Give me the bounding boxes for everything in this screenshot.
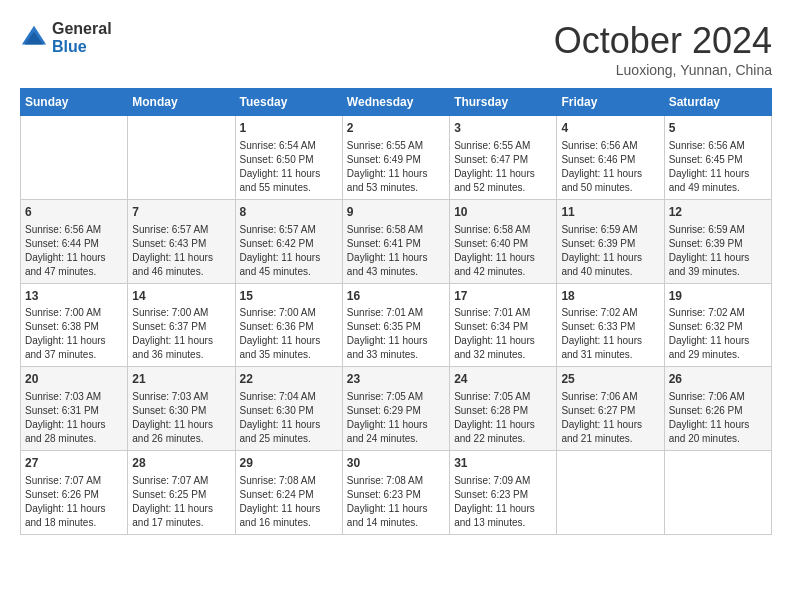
calendar-cell: 6Sunrise: 6:56 AM Sunset: 6:44 PM Daylig… (21, 199, 128, 283)
cell-info: Sunrise: 6:57 AM Sunset: 6:42 PM Dayligh… (240, 223, 338, 279)
cell-info: Sunrise: 7:05 AM Sunset: 6:29 PM Dayligh… (347, 390, 445, 446)
calendar-cell: 8Sunrise: 6:57 AM Sunset: 6:42 PM Daylig… (235, 199, 342, 283)
cell-info: Sunrise: 7:02 AM Sunset: 6:32 PM Dayligh… (669, 306, 767, 362)
calendar-cell: 21Sunrise: 7:03 AM Sunset: 6:30 PM Dayli… (128, 367, 235, 451)
calendar-cell: 28Sunrise: 7:07 AM Sunset: 6:25 PM Dayli… (128, 451, 235, 535)
day-number: 1 (240, 120, 338, 137)
month-title: October 2024 (554, 20, 772, 62)
day-number: 29 (240, 455, 338, 472)
calendar-week-3: 13Sunrise: 7:00 AM Sunset: 6:38 PM Dayli… (21, 283, 772, 367)
day-number: 18 (561, 288, 659, 305)
calendar-week-5: 27Sunrise: 7:07 AM Sunset: 6:26 PM Dayli… (21, 451, 772, 535)
day-number: 28 (132, 455, 230, 472)
cell-info: Sunrise: 6:59 AM Sunset: 6:39 PM Dayligh… (669, 223, 767, 279)
cell-info: Sunrise: 6:56 AM Sunset: 6:46 PM Dayligh… (561, 139, 659, 195)
cell-info: Sunrise: 7:01 AM Sunset: 6:34 PM Dayligh… (454, 306, 552, 362)
cell-info: Sunrise: 7:09 AM Sunset: 6:23 PM Dayligh… (454, 474, 552, 530)
calendar-week-1: 1Sunrise: 6:54 AM Sunset: 6:50 PM Daylig… (21, 116, 772, 200)
calendar-cell: 22Sunrise: 7:04 AM Sunset: 6:30 PM Dayli… (235, 367, 342, 451)
cell-info: Sunrise: 7:00 AM Sunset: 6:37 PM Dayligh… (132, 306, 230, 362)
day-number: 12 (669, 204, 767, 221)
cell-info: Sunrise: 7:03 AM Sunset: 6:31 PM Dayligh… (25, 390, 123, 446)
cell-info: Sunrise: 7:00 AM Sunset: 6:38 PM Dayligh… (25, 306, 123, 362)
calendar-cell: 15Sunrise: 7:00 AM Sunset: 6:36 PM Dayli… (235, 283, 342, 367)
calendar-cell: 5Sunrise: 6:56 AM Sunset: 6:45 PM Daylig… (664, 116, 771, 200)
day-number: 23 (347, 371, 445, 388)
calendar-cell: 11Sunrise: 6:59 AM Sunset: 6:39 PM Dayli… (557, 199, 664, 283)
cell-info: Sunrise: 7:06 AM Sunset: 6:27 PM Dayligh… (561, 390, 659, 446)
calendar-header: SundayMondayTuesdayWednesdayThursdayFrid… (21, 89, 772, 116)
day-number: 27 (25, 455, 123, 472)
weekday-saturday: Saturday (664, 89, 771, 116)
title-block: October 2024 Luoxiong, Yunnan, China (554, 20, 772, 78)
weekday-monday: Monday (128, 89, 235, 116)
calendar-body: 1Sunrise: 6:54 AM Sunset: 6:50 PM Daylig… (21, 116, 772, 535)
calendar-cell: 29Sunrise: 7:08 AM Sunset: 6:24 PM Dayli… (235, 451, 342, 535)
day-number: 15 (240, 288, 338, 305)
cell-info: Sunrise: 7:08 AM Sunset: 6:23 PM Dayligh… (347, 474, 445, 530)
calendar-table: SundayMondayTuesdayWednesdayThursdayFrid… (20, 88, 772, 535)
weekday-tuesday: Tuesday (235, 89, 342, 116)
calendar-cell (128, 116, 235, 200)
cell-info: Sunrise: 7:07 AM Sunset: 6:25 PM Dayligh… (132, 474, 230, 530)
cell-info: Sunrise: 6:55 AM Sunset: 6:49 PM Dayligh… (347, 139, 445, 195)
cell-info: Sunrise: 7:05 AM Sunset: 6:28 PM Dayligh… (454, 390, 552, 446)
weekday-friday: Friday (557, 89, 664, 116)
calendar-cell: 31Sunrise: 7:09 AM Sunset: 6:23 PM Dayli… (450, 451, 557, 535)
calendar-cell: 25Sunrise: 7:06 AM Sunset: 6:27 PM Dayli… (557, 367, 664, 451)
calendar-cell: 17Sunrise: 7:01 AM Sunset: 6:34 PM Dayli… (450, 283, 557, 367)
day-number: 7 (132, 204, 230, 221)
logo-blue: Blue (52, 38, 112, 56)
day-number: 20 (25, 371, 123, 388)
day-number: 26 (669, 371, 767, 388)
cell-info: Sunrise: 6:59 AM Sunset: 6:39 PM Dayligh… (561, 223, 659, 279)
day-number: 30 (347, 455, 445, 472)
cell-info: Sunrise: 6:58 AM Sunset: 6:41 PM Dayligh… (347, 223, 445, 279)
weekday-thursday: Thursday (450, 89, 557, 116)
day-number: 8 (240, 204, 338, 221)
cell-info: Sunrise: 6:57 AM Sunset: 6:43 PM Dayligh… (132, 223, 230, 279)
cell-info: Sunrise: 6:56 AM Sunset: 6:45 PM Dayligh… (669, 139, 767, 195)
day-number: 11 (561, 204, 659, 221)
cell-info: Sunrise: 6:55 AM Sunset: 6:47 PM Dayligh… (454, 139, 552, 195)
calendar-cell (664, 451, 771, 535)
day-number: 2 (347, 120, 445, 137)
day-number: 24 (454, 371, 552, 388)
page-header: General Blue October 2024 Luoxiong, Yunn… (20, 20, 772, 78)
calendar-cell: 9Sunrise: 6:58 AM Sunset: 6:41 PM Daylig… (342, 199, 449, 283)
day-number: 31 (454, 455, 552, 472)
calendar-cell: 2Sunrise: 6:55 AM Sunset: 6:49 PM Daylig… (342, 116, 449, 200)
day-number: 4 (561, 120, 659, 137)
day-number: 21 (132, 371, 230, 388)
cell-info: Sunrise: 7:02 AM Sunset: 6:33 PM Dayligh… (561, 306, 659, 362)
logo-icon (20, 24, 48, 52)
weekday-wednesday: Wednesday (342, 89, 449, 116)
calendar-cell: 4Sunrise: 6:56 AM Sunset: 6:46 PM Daylig… (557, 116, 664, 200)
day-number: 13 (25, 288, 123, 305)
calendar-cell (557, 451, 664, 535)
calendar-cell: 19Sunrise: 7:02 AM Sunset: 6:32 PM Dayli… (664, 283, 771, 367)
logo: General Blue (20, 20, 112, 55)
cell-info: Sunrise: 7:03 AM Sunset: 6:30 PM Dayligh… (132, 390, 230, 446)
calendar-cell: 12Sunrise: 6:59 AM Sunset: 6:39 PM Dayli… (664, 199, 771, 283)
day-number: 14 (132, 288, 230, 305)
cell-info: Sunrise: 7:07 AM Sunset: 6:26 PM Dayligh… (25, 474, 123, 530)
location-subtitle: Luoxiong, Yunnan, China (554, 62, 772, 78)
day-number: 5 (669, 120, 767, 137)
day-number: 6 (25, 204, 123, 221)
calendar-cell (21, 116, 128, 200)
calendar-cell: 14Sunrise: 7:00 AM Sunset: 6:37 PM Dayli… (128, 283, 235, 367)
day-number: 25 (561, 371, 659, 388)
day-number: 16 (347, 288, 445, 305)
cell-info: Sunrise: 7:08 AM Sunset: 6:24 PM Dayligh… (240, 474, 338, 530)
logo-general: General (52, 20, 112, 38)
cell-info: Sunrise: 7:01 AM Sunset: 6:35 PM Dayligh… (347, 306, 445, 362)
calendar-cell: 7Sunrise: 6:57 AM Sunset: 6:43 PM Daylig… (128, 199, 235, 283)
calendar-cell: 10Sunrise: 6:58 AM Sunset: 6:40 PM Dayli… (450, 199, 557, 283)
weekday-sunday: Sunday (21, 89, 128, 116)
cell-info: Sunrise: 7:00 AM Sunset: 6:36 PM Dayligh… (240, 306, 338, 362)
calendar-cell: 1Sunrise: 6:54 AM Sunset: 6:50 PM Daylig… (235, 116, 342, 200)
calendar-cell: 23Sunrise: 7:05 AM Sunset: 6:29 PM Dayli… (342, 367, 449, 451)
day-number: 10 (454, 204, 552, 221)
day-number: 19 (669, 288, 767, 305)
